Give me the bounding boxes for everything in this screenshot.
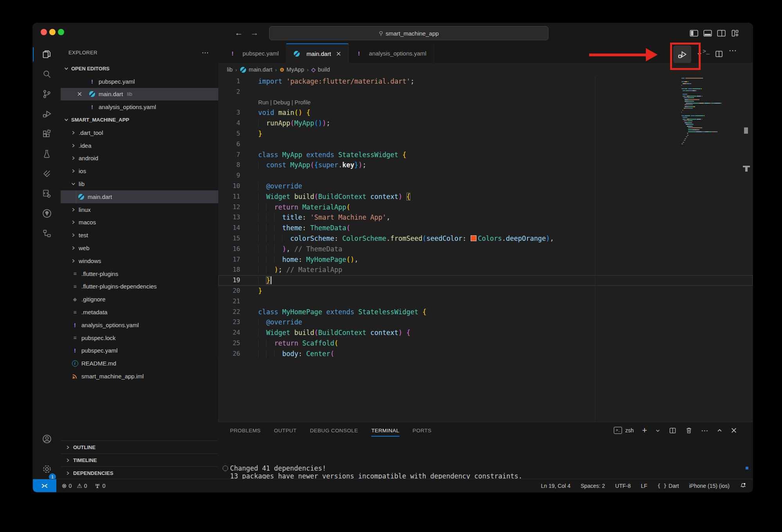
tree-folder-test[interactable]: test [61, 229, 218, 242]
kill-terminal-icon[interactable] [685, 426, 693, 434]
close-traffic-light[interactable] [41, 29, 47, 35]
tree-file-pubspec.yaml[interactable]: !pubspec.yaml [61, 344, 218, 357]
code-line-17[interactable]: 17 home: MyHomePage(), [218, 254, 753, 265]
run-in-terminal-icon[interactable]: >_ [703, 48, 710, 55]
new-terminal-icon[interactable]: + [642, 425, 647, 435]
activity-run-debug[interactable] [33, 104, 61, 124]
tree-folder-windows[interactable]: windows [61, 254, 218, 267]
tree-file-.flutter-plugins-dependencies[interactable]: ≡.flutter-plugins-dependencies [61, 280, 218, 293]
tab-main.dart[interactable]: main.dart [286, 43, 349, 63]
code-line-23[interactable]: 23 @override [218, 317, 753, 328]
tree-folder-.idea[interactable]: .idea [61, 139, 218, 152]
tree-folder-ios[interactable]: ios [61, 165, 218, 177]
command-center-search[interactable]: ⚲ smart_machine_app [269, 26, 548, 40]
remote-indicator[interactable] [33, 479, 56, 492]
activity-extensions[interactable] [33, 124, 61, 143]
panel-more-icon[interactable]: ⋯ [701, 426, 708, 435]
code-line-4[interactable]: 4 runApp(MyApp()); [218, 118, 753, 129]
breadcrumb-MyApp[interactable]: ⚙MyApp [280, 66, 304, 73]
tree-file-.gitignore[interactable]: ◆.gitignore [61, 293, 218, 306]
tree-folder-.dart_tool[interactable]: .dart_tool [61, 126, 218, 139]
tree-folder-macos[interactable]: macos [61, 216, 218, 229]
code-line-10[interactable]: 10 @override [218, 181, 753, 192]
activity-explorer[interactable] [33, 44, 61, 64]
code-line-5[interactable]: 5} [218, 129, 753, 139]
panel-tab-output[interactable]: OUTPUT [274, 422, 297, 439]
code-line-24[interactable]: 24 Widget build(BuildContext context) { [218, 328, 753, 338]
activity-source-control[interactable] [33, 84, 61, 104]
code-line-12[interactable]: 12 return MaterialApp( [218, 202, 753, 213]
code-line-1[interactable]: 1import 'package:flutter/material.dart'; [218, 76, 753, 87]
codelens[interactable]: Run | Debug | Profile [258, 97, 311, 108]
close-panel-icon[interactable] [731, 427, 737, 433]
breadcrumb-main.dart[interactable]: main.dart [240, 66, 272, 73]
tree-file-main.dart[interactable]: main.dart [61, 190, 218, 203]
line-col-status[interactable]: Ln 19, Col 4 [541, 483, 571, 489]
section-timeline[interactable]: TIMELINE [61, 453, 218, 467]
open-editor-pubspec.yaml[interactable]: !pubspec.yaml [61, 75, 218, 88]
code-line-2[interactable]: 2 [218, 87, 753, 97]
activity-testing[interactable] [33, 144, 61, 163]
tab-analysis_options.yaml[interactable]: !analysis_options.yaml [349, 43, 434, 63]
toggle-panel-icon[interactable] [703, 28, 713, 38]
tab-pubspec.yaml[interactable]: !pubspec.yaml [222, 43, 286, 63]
code-line-7[interactable]: 7class MyApp extends StatelessWidget { [218, 150, 753, 160]
open-editor-analysis_options.yaml[interactable]: !analysis_options.yaml [61, 100, 218, 113]
maximize-panel-icon[interactable] [717, 428, 723, 433]
notifications-bell-icon[interactable] [740, 482, 746, 489]
tree-file-analysis_options.yaml[interactable]: !analysis_options.yaml [61, 319, 218, 331]
breadcrumb-lib[interactable]: lib [227, 66, 233, 73]
tree-folder-lib[interactable]: lib [61, 177, 218, 190]
code-line-18[interactable]: 18 ); // MaterialApp [218, 265, 753, 275]
toggle-sidebar-icon[interactable] [689, 28, 699, 38]
back-arrow-icon[interactable]: ← [235, 28, 243, 38]
tree-folder-web[interactable]: web [61, 242, 218, 254]
code-line-3[interactable]: 3void main() { [218, 107, 753, 118]
activity-project-runner[interactable] [33, 184, 61, 203]
tree-file-smart_machine_app.iml[interactable]: smart_machine_app.iml [61, 370, 218, 383]
section-dependencies[interactable]: DEPENDENCIES [61, 466, 218, 480]
forward-arrow-icon[interactable]: → [250, 28, 259, 38]
minimize-traffic-light[interactable] [49, 29, 56, 35]
code-line-26[interactable]: 26 body: Center( [218, 349, 753, 359]
panel-tab-terminal[interactable]: TERMINAL [371, 422, 399, 439]
project-header[interactable]: SMART_MACHINE_APP [61, 113, 218, 126]
code-line-20[interactable]: 20} [218, 286, 753, 296]
editor-more-actions-icon[interactable]: ⋯ [729, 46, 737, 55]
code-line-13[interactable]: 13 title: 'Smart Machine App', [218, 212, 753, 223]
tree-folder-linux[interactable]: linux [61, 203, 218, 216]
explorer-actions-icon[interactable]: ⋯ [202, 43, 209, 62]
code-line-14[interactable]: 14 theme: ThemeData( [218, 223, 753, 233]
breadcrumb-build[interactable]: ◇build [311, 66, 330, 73]
customize-layout-icon[interactable] [730, 28, 740, 38]
code-line-25[interactable]: 25 return Scaffold( [218, 338, 753, 349]
panel-tab-problems[interactable]: PROBLEMS [230, 422, 261, 439]
tree-folder-android[interactable]: android [61, 152, 218, 165]
minimap[interactable] [681, 78, 744, 203]
open-editor-main.dart[interactable]: main.dartlib [61, 88, 218, 101]
indentation-status[interactable]: Spaces: 2 [581, 483, 605, 489]
language-status[interactable]: { } Dart [658, 483, 679, 489]
close-tab-icon[interactable] [336, 51, 341, 56]
code-line-11[interactable]: 11 Widget build(BuildContext context) { [218, 192, 753, 202]
activity-flutter[interactable] [33, 164, 61, 183]
code-line-8[interactable]: 8 const MyApp({super.key}); [218, 160, 753, 170]
panel-tab-ports[interactable]: PORTS [413, 422, 431, 439]
code-editor[interactable]: 1import 'package:flutter/material.dart';… [218, 76, 753, 359]
terminal-instance[interactable]: >_ zsh [614, 427, 634, 434]
close-icon[interactable] [77, 91, 82, 97]
tree-file-.flutter-plugins[interactable]: ≡.flutter-plugins [61, 267, 218, 280]
account-icon[interactable] [33, 429, 61, 449]
toggle-secondary-sidebar-icon[interactable] [716, 28, 726, 38]
maximize-traffic-light[interactable] [58, 29, 64, 35]
ports-status[interactable]: 0 [94, 483, 106, 489]
open-editors-header[interactable]: OPEN EDITORS [61, 62, 218, 75]
split-terminal-icon[interactable] [669, 426, 677, 435]
code-line-21[interactable]: 21 [218, 296, 753, 307]
eol-status[interactable]: LF [641, 483, 647, 489]
encoding-status[interactable]: UTF-8 [615, 483, 631, 489]
tree-file-pubspec.lock[interactable]: ≡pubspec.lock [61, 331, 218, 344]
activity-references[interactable] [33, 224, 61, 243]
code-line-22[interactable]: 22class MyHomePage extends StatelessWidg… [218, 307, 753, 317]
section-outline[interactable]: OUTLINE [61, 441, 218, 454]
